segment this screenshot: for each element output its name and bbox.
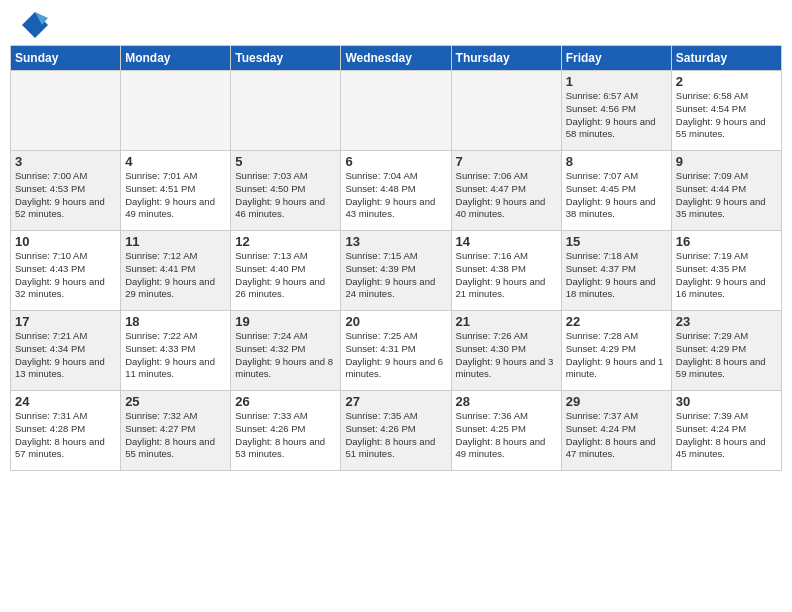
day-info: Sunrise: 7:07 AM Sunset: 4:45 PM Dayligh… — [566, 170, 667, 221]
day-info: Sunrise: 7:06 AM Sunset: 4:47 PM Dayligh… — [456, 170, 557, 221]
day-info: Sunrise: 6:58 AM Sunset: 4:54 PM Dayligh… — [676, 90, 777, 141]
day-info: Sunrise: 6:57 AM Sunset: 4:56 PM Dayligh… — [566, 90, 667, 141]
week-row-4: 24Sunrise: 7:31 AM Sunset: 4:28 PM Dayli… — [11, 391, 782, 471]
day-info: Sunrise: 7:36 AM Sunset: 4:25 PM Dayligh… — [456, 410, 557, 461]
day-number: 1 — [566, 74, 667, 89]
day-number: 13 — [345, 234, 446, 249]
day-info: Sunrise: 7:31 AM Sunset: 4:28 PM Dayligh… — [15, 410, 116, 461]
calendar-cell-11: 11Sunrise: 7:12 AM Sunset: 4:41 PM Dayli… — [121, 231, 231, 311]
day-number: 27 — [345, 394, 446, 409]
weekday-header-row: SundayMondayTuesdayWednesdayThursdayFrid… — [11, 46, 782, 71]
day-number: 2 — [676, 74, 777, 89]
day-info: Sunrise: 7:15 AM Sunset: 4:39 PM Dayligh… — [345, 250, 446, 301]
day-info: Sunrise: 7:19 AM Sunset: 4:35 PM Dayligh… — [676, 250, 777, 301]
day-number: 19 — [235, 314, 336, 329]
day-number: 24 — [15, 394, 116, 409]
day-number: 6 — [345, 154, 446, 169]
svg-marker-0 — [22, 12, 48, 38]
day-info: Sunrise: 7:01 AM Sunset: 4:51 PM Dayligh… — [125, 170, 226, 221]
day-number: 29 — [566, 394, 667, 409]
day-number: 23 — [676, 314, 777, 329]
calendar-cell-empty-0-2 — [231, 71, 341, 151]
calendar-cell-18: 18Sunrise: 7:22 AM Sunset: 4:33 PM Dayli… — [121, 311, 231, 391]
day-number: 21 — [456, 314, 557, 329]
calendar-cell-16: 16Sunrise: 7:19 AM Sunset: 4:35 PM Dayli… — [671, 231, 781, 311]
calendar-cell-20: 20Sunrise: 7:25 AM Sunset: 4:31 PM Dayli… — [341, 311, 451, 391]
calendar-cell-10: 10Sunrise: 7:10 AM Sunset: 4:43 PM Dayli… — [11, 231, 121, 311]
day-info: Sunrise: 7:24 AM Sunset: 4:32 PM Dayligh… — [235, 330, 336, 381]
calendar-cell-empty-0-4 — [451, 71, 561, 151]
weekday-header-thursday: Thursday — [451, 46, 561, 71]
calendar-cell-21: 21Sunrise: 7:26 AM Sunset: 4:30 PM Dayli… — [451, 311, 561, 391]
logo — [20, 10, 54, 40]
day-info: Sunrise: 7:03 AM Sunset: 4:50 PM Dayligh… — [235, 170, 336, 221]
day-number: 22 — [566, 314, 667, 329]
calendar-cell-empty-0-1 — [121, 71, 231, 151]
day-info: Sunrise: 7:25 AM Sunset: 4:31 PM Dayligh… — [345, 330, 446, 381]
day-info: Sunrise: 7:21 AM Sunset: 4:34 PM Dayligh… — [15, 330, 116, 381]
day-number: 5 — [235, 154, 336, 169]
calendar-wrapper: SundayMondayTuesdayWednesdayThursdayFrid… — [0, 45, 792, 476]
day-info: Sunrise: 7:00 AM Sunset: 4:53 PM Dayligh… — [15, 170, 116, 221]
day-info: Sunrise: 7:28 AM Sunset: 4:29 PM Dayligh… — [566, 330, 667, 381]
weekday-header-sunday: Sunday — [11, 46, 121, 71]
calendar-cell-30: 30Sunrise: 7:39 AM Sunset: 4:24 PM Dayli… — [671, 391, 781, 471]
weekday-header-saturday: Saturday — [671, 46, 781, 71]
day-info: Sunrise: 7:04 AM Sunset: 4:48 PM Dayligh… — [345, 170, 446, 221]
calendar-cell-14: 14Sunrise: 7:16 AM Sunset: 4:38 PM Dayli… — [451, 231, 561, 311]
calendar-cell-empty-0-3 — [341, 71, 451, 151]
calendar-cell-29: 29Sunrise: 7:37 AM Sunset: 4:24 PM Dayli… — [561, 391, 671, 471]
weekday-header-tuesday: Tuesday — [231, 46, 341, 71]
day-info: Sunrise: 7:33 AM Sunset: 4:26 PM Dayligh… — [235, 410, 336, 461]
day-number: 8 — [566, 154, 667, 169]
week-row-2: 10Sunrise: 7:10 AM Sunset: 4:43 PM Dayli… — [11, 231, 782, 311]
calendar-cell-19: 19Sunrise: 7:24 AM Sunset: 4:32 PM Dayli… — [231, 311, 341, 391]
calendar-cell-28: 28Sunrise: 7:36 AM Sunset: 4:25 PM Dayli… — [451, 391, 561, 471]
calendar-cell-13: 13Sunrise: 7:15 AM Sunset: 4:39 PM Dayli… — [341, 231, 451, 311]
day-number: 3 — [15, 154, 116, 169]
day-number: 15 — [566, 234, 667, 249]
calendar-cell-5: 5Sunrise: 7:03 AM Sunset: 4:50 PM Daylig… — [231, 151, 341, 231]
day-number: 11 — [125, 234, 226, 249]
calendar-cell-17: 17Sunrise: 7:21 AM Sunset: 4:34 PM Dayli… — [11, 311, 121, 391]
calendar-cell-12: 12Sunrise: 7:13 AM Sunset: 4:40 PM Dayli… — [231, 231, 341, 311]
day-number: 12 — [235, 234, 336, 249]
calendar-cell-empty-0-0 — [11, 71, 121, 151]
calendar-cell-22: 22Sunrise: 7:28 AM Sunset: 4:29 PM Dayli… — [561, 311, 671, 391]
weekday-header-wednesday: Wednesday — [341, 46, 451, 71]
day-number: 10 — [15, 234, 116, 249]
day-info: Sunrise: 7:13 AM Sunset: 4:40 PM Dayligh… — [235, 250, 336, 301]
day-info: Sunrise: 7:18 AM Sunset: 4:37 PM Dayligh… — [566, 250, 667, 301]
day-info: Sunrise: 7:22 AM Sunset: 4:33 PM Dayligh… — [125, 330, 226, 381]
calendar-cell-2: 2Sunrise: 6:58 AM Sunset: 4:54 PM Daylig… — [671, 71, 781, 151]
day-info: Sunrise: 7:16 AM Sunset: 4:38 PM Dayligh… — [456, 250, 557, 301]
day-info: Sunrise: 7:26 AM Sunset: 4:30 PM Dayligh… — [456, 330, 557, 381]
week-row-1: 3Sunrise: 7:00 AM Sunset: 4:53 PM Daylig… — [11, 151, 782, 231]
day-info: Sunrise: 7:39 AM Sunset: 4:24 PM Dayligh… — [676, 410, 777, 461]
day-number: 7 — [456, 154, 557, 169]
day-number: 14 — [456, 234, 557, 249]
calendar-cell-27: 27Sunrise: 7:35 AM Sunset: 4:26 PM Dayli… — [341, 391, 451, 471]
week-row-0: 1Sunrise: 6:57 AM Sunset: 4:56 PM Daylig… — [11, 71, 782, 151]
day-number: 20 — [345, 314, 446, 329]
calendar-cell-26: 26Sunrise: 7:33 AM Sunset: 4:26 PM Dayli… — [231, 391, 341, 471]
calendar-cell-24: 24Sunrise: 7:31 AM Sunset: 4:28 PM Dayli… — [11, 391, 121, 471]
day-info: Sunrise: 7:32 AM Sunset: 4:27 PM Dayligh… — [125, 410, 226, 461]
page-header — [0, 0, 792, 45]
day-number: 9 — [676, 154, 777, 169]
day-info: Sunrise: 7:12 AM Sunset: 4:41 PM Dayligh… — [125, 250, 226, 301]
calendar-table: SundayMondayTuesdayWednesdayThursdayFrid… — [10, 45, 782, 471]
weekday-header-friday: Friday — [561, 46, 671, 71]
calendar-cell-6: 6Sunrise: 7:04 AM Sunset: 4:48 PM Daylig… — [341, 151, 451, 231]
day-info: Sunrise: 7:09 AM Sunset: 4:44 PM Dayligh… — [676, 170, 777, 221]
calendar-body: 1Sunrise: 6:57 AM Sunset: 4:56 PM Daylig… — [11, 71, 782, 471]
day-info: Sunrise: 7:10 AM Sunset: 4:43 PM Dayligh… — [15, 250, 116, 301]
calendar-cell-1: 1Sunrise: 6:57 AM Sunset: 4:56 PM Daylig… — [561, 71, 671, 151]
day-number: 18 — [125, 314, 226, 329]
calendar-cell-4: 4Sunrise: 7:01 AM Sunset: 4:51 PM Daylig… — [121, 151, 231, 231]
day-info: Sunrise: 7:37 AM Sunset: 4:24 PM Dayligh… — [566, 410, 667, 461]
calendar-cell-23: 23Sunrise: 7:29 AM Sunset: 4:29 PM Dayli… — [671, 311, 781, 391]
day-number: 30 — [676, 394, 777, 409]
day-number: 25 — [125, 394, 226, 409]
calendar-cell-15: 15Sunrise: 7:18 AM Sunset: 4:37 PM Dayli… — [561, 231, 671, 311]
